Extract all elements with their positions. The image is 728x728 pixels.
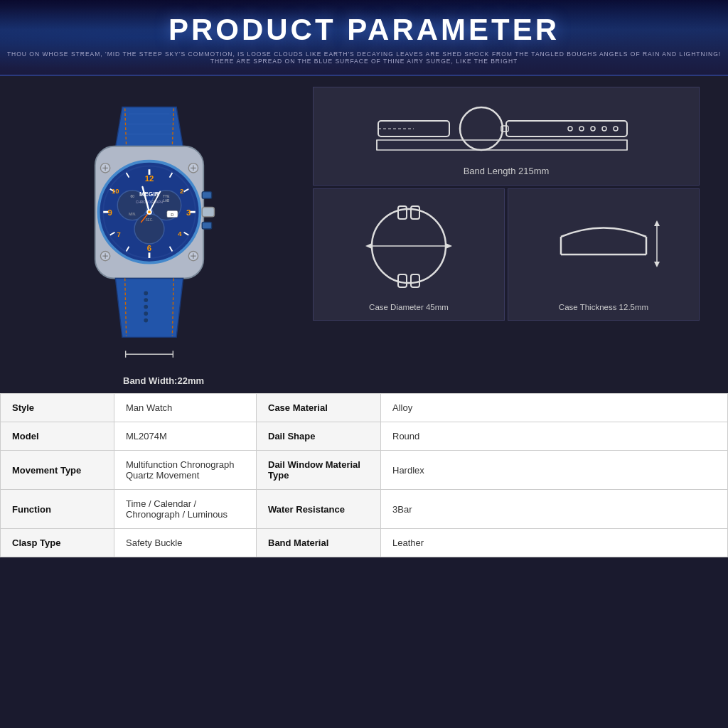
spec-value-left-0: Man Watch xyxy=(114,394,257,422)
spec-value-right-3: 3Bar xyxy=(381,490,728,529)
lower-diagrams: Case Diameter 45mm Case Thickness 12.5 xyxy=(313,188,700,321)
spec-label-right-1: Dail Shape xyxy=(257,422,381,451)
svg-point-79 xyxy=(602,127,606,131)
case-diameter-box: Case Diameter 45mm xyxy=(313,188,505,321)
spec-value-left-2: Multifunction Chronograph Quartz Movemen… xyxy=(114,451,257,490)
svg-rect-21 xyxy=(202,222,211,229)
svg-text:MIN.: MIN. xyxy=(129,213,136,216)
svg-point-77 xyxy=(579,127,584,131)
spec-label-left-1: Model xyxy=(1,422,114,451)
svg-point-63 xyxy=(144,311,148,316)
svg-rect-88 xyxy=(411,274,419,287)
case-diameter-svg xyxy=(348,198,469,297)
header: PRODUCT PARAMETER THOU ON WHOSE STREAM, … xyxy=(0,0,728,76)
svg-rect-20 xyxy=(202,192,211,199)
svg-marker-96 xyxy=(654,220,660,226)
svg-text:10: 10 xyxy=(112,187,119,195)
svg-text:LAB: LAB xyxy=(163,199,169,203)
table-row: Clasp TypeSafety BuckleBand MaterialLeat… xyxy=(1,529,728,557)
band-length-svg xyxy=(328,96,685,160)
svg-text:CHRONOGRAPH: CHRONOGRAPH xyxy=(136,200,164,204)
spec-label-right-4: Band Material xyxy=(257,529,381,557)
table-row: Movement TypeMultifunction Chronograph Q… xyxy=(1,451,728,490)
svg-point-73 xyxy=(460,107,503,150)
svg-rect-87 xyxy=(398,274,407,287)
page-title: PRODUCT PARAMETER xyxy=(0,13,728,47)
svg-text:60: 60 xyxy=(131,195,135,198)
product-area: 12 3 6 9 10 2 4 7 60 MIN. TYE LAB SEC. xyxy=(0,76,728,393)
table-row: FunctionTime / Calendar / Chronograph / … xyxy=(1,490,728,529)
svg-rect-75 xyxy=(506,121,627,136)
svg-text:3: 3 xyxy=(186,208,191,217)
svg-text:9: 9 xyxy=(108,208,112,217)
svg-text:7: 7 xyxy=(117,230,120,238)
spec-value-right-1: Round xyxy=(381,422,728,451)
spec-label-right-0: Case Material xyxy=(257,394,381,422)
svg-point-60 xyxy=(148,210,151,213)
spec-value-right-2: Hardlex xyxy=(381,451,728,490)
svg-text:6: 6 xyxy=(147,244,151,252)
watch-side: 12 3 6 9 10 2 4 7 60 MIN. TYE LAB SEC. xyxy=(28,87,299,386)
spec-label-right-3: Water Resistance xyxy=(257,490,381,529)
svg-marker-97 xyxy=(654,262,660,267)
svg-point-78 xyxy=(591,127,595,131)
spec-label-left-4: Clasp Type xyxy=(1,529,114,557)
svg-rect-85 xyxy=(398,206,407,219)
svg-text:TYE: TYE xyxy=(163,195,169,198)
table-row: ModelML2074MDail ShapeRound xyxy=(1,422,728,451)
svg-rect-86 xyxy=(411,206,419,219)
svg-text:D: D xyxy=(171,213,173,217)
spec-value-right-4: Leather xyxy=(381,529,728,557)
specs-diagrams: Band Length 215mm xyxy=(313,87,700,321)
svg-point-66 xyxy=(144,291,148,296)
spec-value-right-0: Alloy xyxy=(381,394,728,422)
svg-marker-90 xyxy=(365,243,372,249)
band-width-label: Band Width:22mm xyxy=(28,375,299,386)
spec-value-left-1: ML2074M xyxy=(114,422,257,451)
case-diameter-label: Case Diameter 45mm xyxy=(369,303,449,311)
svg-text:12: 12 xyxy=(145,174,154,183)
watch-illustration: 12 3 6 9 10 2 4 7 60 MIN. TYE LAB SEC. xyxy=(28,87,270,371)
spec-value-left-3: Time / Calendar / Chronograph / Luminous xyxy=(114,490,257,529)
spec-label-left-2: Movement Type xyxy=(1,451,114,490)
spec-value-left-4: Safety Buckle xyxy=(114,529,257,557)
svg-text:2: 2 xyxy=(180,187,183,195)
svg-point-64 xyxy=(144,305,148,309)
specs-table: StyleMan WatchCase MaterialAlloyModelML2… xyxy=(0,393,728,557)
case-thickness-svg xyxy=(532,198,675,297)
svg-text:SEC.: SEC. xyxy=(145,218,153,222)
svg-point-76 xyxy=(568,127,572,131)
svg-point-80 xyxy=(614,127,618,131)
svg-point-65 xyxy=(144,298,148,302)
spec-label-right-2: Dail Window Material Type xyxy=(257,451,381,490)
svg-marker-91 xyxy=(446,243,452,249)
svg-point-67 xyxy=(144,318,148,323)
case-thickness-box: Case Thickness 12.5mm xyxy=(508,188,700,321)
header-subtitle: THOU ON WHOSE STREAM, 'MID THE STEEP SKY… xyxy=(0,50,728,65)
band-width-text: Band Width:22mm xyxy=(123,375,204,386)
case-thickness-label: Case Thickness 12.5mm xyxy=(559,303,648,311)
spec-label-left-0: Style xyxy=(1,394,114,422)
svg-text:4: 4 xyxy=(178,230,182,237)
table-row: StyleMan WatchCase MaterialAlloy xyxy=(1,394,728,422)
band-length-label: Band Length 215mm xyxy=(464,166,550,176)
svg-rect-19 xyxy=(202,208,214,217)
specs-table-wrapper: StyleMan WatchCase MaterialAlloyModelML2… xyxy=(0,393,728,557)
band-length-box: Band Length 215mm xyxy=(313,87,700,186)
svg-rect-81 xyxy=(377,140,627,150)
spec-label-left-3: Function xyxy=(1,490,114,529)
